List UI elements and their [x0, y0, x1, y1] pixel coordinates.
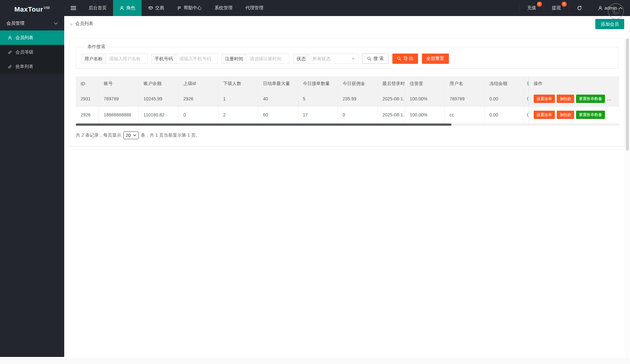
phone-field-label: 手机号码: [152, 54, 176, 63]
col-header-frozen: 冻结金额: [485, 76, 524, 91]
reset-grab-count-button[interactable]: 重置抢单数量: [576, 111, 605, 119]
link-icon: [8, 64, 12, 69]
register-time-field-group: 注册时间: [222, 54, 289, 64]
cell-today-commission: 0: [338, 107, 378, 123]
nav-item-dashboard[interactable]: 后台首页: [82, 0, 113, 16]
main-menu: 后台首页 角色 交易 帮助中心 系统管理 代理管理: [82, 0, 270, 16]
flag-icon: [177, 6, 182, 11]
col-header-credit: 信誉度: [405, 76, 445, 91]
status-select[interactable]: 所有状态: [309, 54, 358, 63]
more-actions-ellipsis[interactable]: ...: [607, 96, 612, 101]
top-navbar: MaxTourV88 后台首页 角色 交易 帮助中心 系统管理 代理管理 充值 …: [0, 0, 630, 16]
person-icon: [119, 6, 124, 11]
add-member-button[interactable]: 添加会员: [595, 19, 624, 29]
status-field-label: 状态: [293, 54, 309, 63]
person-icon: [598, 6, 603, 11]
add-deduct-funds-button[interactable]: 加扣款: [557, 111, 574, 119]
sidebar: 会员管理 会员列表 会员等级 抢单列表: [0, 16, 64, 357]
pagination-prefix: 共 2 条记录，每页显示: [76, 132, 121, 138]
add-deduct-funds-button[interactable]: 加扣款: [557, 95, 574, 103]
nav-item-agent[interactable]: 代理管理: [239, 0, 270, 16]
withdraw-button[interactable]: 提现 0: [544, 0, 569, 16]
cell-subordinates: 2: [218, 107, 258, 123]
page-size-select[interactable]: 20: [123, 131, 139, 139]
col-header-subordinates: 下级人数: [218, 76, 258, 91]
brand-logo: MaxTourV88: [0, 0, 64, 16]
cell-credit: 100.00%: [405, 91, 445, 106]
register-time-input[interactable]: [247, 54, 289, 63]
username-input[interactable]: [106, 54, 147, 63]
cell-daily-max: 60: [258, 107, 298, 123]
withdraw-badge: 0: [562, 2, 567, 7]
col-header-today-commission: 今日获佣金: [338, 76, 378, 91]
pagination-suffix: 条，共 1 页当前显示第 1 页。: [141, 132, 200, 138]
cell-balance: 110180.82: [139, 107, 179, 123]
main-content: » 会员列表 添加会员 条件搜索 用户名称 手机号码 注册时间: [64, 16, 630, 364]
search-icon: [367, 56, 372, 61]
cell-id: 2926: [76, 107, 99, 123]
sidebar-item-member-list[interactable]: 会员列表: [0, 30, 64, 45]
set-chain-order-button[interactable]: 设置连单: [534, 111, 555, 119]
table-horizontal-scrollbar[interactable]: [76, 123, 619, 126]
nav-item-system[interactable]: 系统管理: [208, 0, 239, 16]
cell-last-login: 2025-08-1...: [378, 91, 405, 106]
page-vertical-scrollbar[interactable]: [625, 16, 630, 359]
scrollbar-thumb[interactable]: [76, 123, 451, 126]
col-header-account: 账号: [99, 76, 139, 91]
scrollbar-thumb[interactable]: [626, 38, 629, 151]
nav-item-help[interactable]: 帮助中心: [171, 0, 208, 16]
cell-balance: 10245.99: [139, 91, 179, 106]
page-title: 会员列表: [75, 21, 93, 27]
cell-today-orders: 5: [298, 91, 338, 106]
username-field-label: 用户名称: [81, 54, 106, 63]
cell-frozen: 0.00: [485, 107, 524, 123]
page-horizontal-scrollbar[interactable]: [0, 359, 630, 364]
reset-all-button[interactable]: 全部重置: [422, 54, 449, 64]
cell-account: 18888888888: [99, 107, 139, 123]
sidebar-item-member-level[interactable]: 会员等级: [0, 45, 64, 59]
reset-grab-count-button[interactable]: 重置抢单数量: [576, 95, 605, 103]
refresh-icon[interactable]: [569, 0, 590, 16]
col-header-id: ID: [76, 76, 99, 91]
cell-credit: 100.00%: [405, 107, 445, 123]
cell-daily-max: 40: [258, 91, 298, 106]
phone-field-group: 手机号码: [151, 54, 218, 64]
user-menu[interactable]: admin: [590, 0, 630, 16]
row-actions: 设置连单 加扣款 重置抢单数量: [529, 107, 619, 123]
col-header-parent-id: 上级id: [179, 76, 218, 91]
brand-name: MaxTour: [14, 5, 43, 13]
chevron-down-icon: [54, 22, 58, 25]
scales-icon: [148, 5, 153, 11]
recharge-badge: 0: [537, 2, 542, 7]
register-time-field-label: 注册时间: [222, 54, 247, 63]
export-button[interactable]: 导 出: [392, 54, 418, 64]
nav-item-roles[interactable]: 角色: [113, 0, 142, 16]
menu-toggle-icon[interactable]: [64, 0, 82, 16]
cell-subordinates: 1: [218, 91, 258, 106]
person-icon: [8, 36, 12, 40]
breadcrumb-separator: »: [70, 21, 73, 27]
caret-down-icon: [133, 134, 136, 136]
recharge-button[interactable]: 充值 0: [520, 0, 544, 16]
cell-username: cc: [445, 107, 485, 123]
caret-down-icon: [352, 58, 355, 61]
cell-today-commission: 235.99: [338, 91, 378, 106]
sidebar-submenu: 会员列表 会员等级 抢单列表: [0, 30, 64, 74]
search-panel-legend: 条件搜索: [84, 44, 109, 50]
search-button[interactable]: 搜 索: [362, 54, 389, 64]
chevron-up-icon: [619, 7, 622, 9]
brand-version: V88: [44, 6, 50, 10]
cell-last-login: 2025-08-1...: [378, 107, 405, 123]
cell-id: 2931: [76, 91, 99, 106]
search-icon: [397, 56, 401, 61]
nav-item-trade[interactable]: 交易: [142, 0, 171, 16]
set-chain-order-button[interactable]: 设置连单: [534, 95, 555, 103]
phone-input[interactable]: [176, 54, 217, 63]
row-actions: 设置连单 加扣款 重置抢单数量 ...: [529, 91, 619, 107]
col-header-username: 用户名: [445, 76, 485, 91]
pagination: 共 2 条记录，每页显示 20 条，共 1 页当前显示第 1 页。: [76, 131, 618, 139]
sidebar-item-order-grab-list[interactable]: 抢单列表: [0, 59, 64, 74]
sidebar-group-member-management[interactable]: 会员管理: [0, 16, 64, 30]
cell-frozen: 0.00: [485, 91, 524, 106]
member-table: ID 账号 账户余额 上级id 下级人数 日结单最大量 今日接单数量 今日获佣金…: [76, 76, 619, 126]
